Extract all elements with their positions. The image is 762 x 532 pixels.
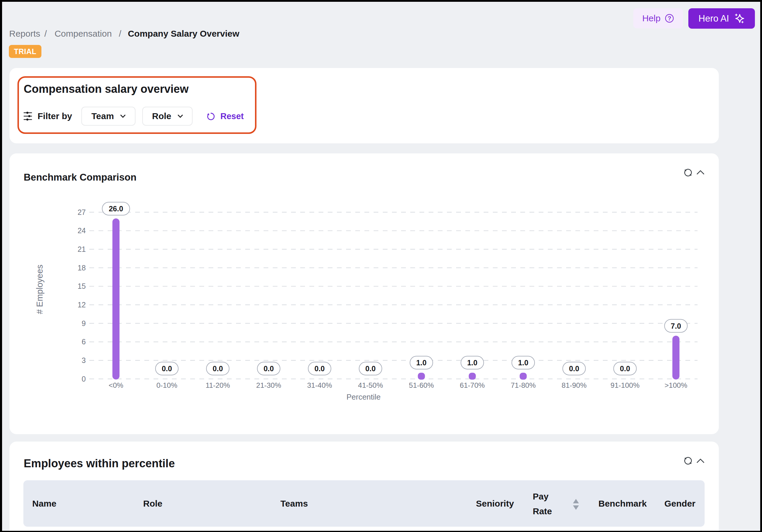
svg-text:0.0: 0.0 [365, 365, 376, 373]
svg-text:71-80%: 71-80% [510, 381, 535, 389]
svg-text:41-50%: 41-50% [358, 381, 383, 389]
svg-text:15: 15 [78, 282, 86, 290]
svg-text:>100%: >100% [665, 381, 687, 389]
svg-text:1.0: 1.0 [518, 359, 528, 367]
svg-text:27: 27 [78, 208, 86, 216]
svg-text:0.0: 0.0 [569, 365, 579, 373]
svg-text:12: 12 [78, 300, 86, 309]
svg-text:Percentile: Percentile [346, 392, 381, 401]
svg-text:91-100%: 91-100% [611, 381, 640, 389]
svg-text:0.0: 0.0 [314, 365, 325, 373]
svg-text:26.0: 26.0 [109, 205, 123, 213]
svg-text:0.0: 0.0 [162, 365, 172, 373]
svg-text:18: 18 [78, 264, 86, 272]
svg-text:11-20%: 11-20% [205, 381, 230, 389]
svg-text:<0%: <0% [109, 381, 123, 389]
svg-text:6: 6 [82, 338, 86, 346]
svg-text:0.0: 0.0 [264, 365, 274, 373]
svg-text:3: 3 [82, 356, 86, 365]
svg-text:1.0: 1.0 [416, 359, 426, 367]
svg-text:21-30%: 21-30% [256, 381, 281, 389]
svg-text:# Employees: # Employees [35, 265, 44, 314]
svg-text:?: ? [668, 15, 671, 22]
svg-text:81-90%: 81-90% [562, 381, 586, 389]
svg-text:1.0: 1.0 [467, 359, 478, 367]
svg-text:51-60%: 51-60% [409, 381, 434, 389]
svg-text:0: 0 [82, 375, 86, 383]
svg-text:9: 9 [82, 319, 86, 327]
svg-text:0-10%: 0-10% [157, 381, 178, 389]
svg-text:0.0: 0.0 [213, 365, 223, 373]
svg-text:31-40%: 31-40% [307, 381, 332, 389]
svg-text:7.0: 7.0 [671, 322, 681, 330]
svg-text:0.0: 0.0 [620, 365, 630, 373]
svg-text:61-70%: 61-70% [460, 381, 485, 389]
svg-text:21: 21 [78, 245, 86, 253]
svg-text:24: 24 [78, 227, 86, 235]
